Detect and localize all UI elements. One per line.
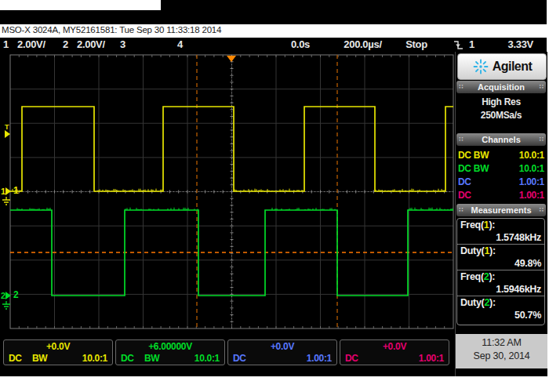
run-state-badge[interactable]: Stop [398,38,435,51]
channels-title: Channels [464,135,540,144]
clock-panel: 11:32 AM Sep 30, 2014 [456,334,547,368]
meas-value: 1.5946kHz [460,283,541,296]
timebase[interactable]: 200.0µs/ [329,38,396,51]
ch2-coupling-label: DC [121,353,134,364]
measurement-freq2: Freq(2): 1.5946kHz [457,270,544,296]
top-banner-bar [0,10,547,24]
meas-label-suffix: ): [489,220,495,230]
ch3-coupling-label: DC [233,353,246,364]
measurements-title: Measurements [464,205,540,215]
channel3-settings-row: DC 1.00:1 [458,176,544,188]
time-offset[interactable]: 0.0s [271,38,310,51]
ch4-number[interactable]: 4 [177,38,183,51]
ch3-status-box[interactable]: +0.0V DC1.00:1 [227,339,337,365]
ch3-probe-ratio: 1.00:1 [519,176,544,188]
ch2-number[interactable]: 2 [63,38,68,51]
ch1-number[interactable]: 1 [3,38,9,51]
sample-rate: 250MSa/s [457,110,545,122]
ch4-probe-label: 1.00:1 [419,353,444,365]
ch2-ground-marker[interactable]: 2 [1,292,11,299]
ch1-ground-marker[interactable]: 1 [1,187,11,195]
oscilloscope-capture-page: MSO-X 3024A, MY52161581: Tue Sep 30 11:3… [0,0,549,392]
brand-badge: Agilent [457,53,547,80]
waveform-ch2 [10,210,453,296]
clock-date: Sep 30, 2014 [456,350,547,363]
ch2-coupling: DC BW [458,163,489,174]
waveform-ch1 [10,107,453,191]
trigger-level-readout[interactable]: 3.33V [488,38,533,51]
ch1-coupling-label: DC [9,353,22,364]
ch1-scale-button[interactable]: 2.00V/ [17,38,45,51]
ch3-coupling: DC [458,176,471,187]
ch1-coupling: DC BW [458,150,489,161]
meas-value: 1.5748kHz [460,231,541,244]
acquisition-panel-header[interactable]: ∷ Acquisition ∷ [456,81,546,93]
capture-title: MSO-X 3024A, MY52161581: Tue Sep 30 11:3… [2,25,543,37]
measurements-panel: Freq(1): 1.5748kHz Duty(1): 49.8% Freq(2… [456,218,545,325]
ch2-grid-label: 2 [13,290,19,299]
agilent-starburst-icon [472,58,489,75]
ch1-bw-label: BW [32,353,47,365]
trigger-level-letter: T [5,124,9,130]
meas-value: 49.8% [460,257,541,270]
clock-time: 11:32 AM [456,334,547,350]
trigger-level-marker[interactable]: T [5,124,10,138]
measurement-duty1: Duty(1): 49.8% [457,245,544,270]
ch4-probe-ratio: 1.00:1 [519,189,544,201]
ch1-grid-label: 1 [13,186,19,195]
ch1-ground-icon [2,197,11,206]
ch2-status-box[interactable]: +6.00000V DCBW10.0:1 [115,339,225,365]
ch2-probe-label: 10.0:1 [195,353,220,365]
graticule-frame [10,55,453,328]
channel1-settings-row: DC BW 10.0:1 [458,149,544,162]
ch4-coupling: DC [458,190,471,201]
grip-icon: ∷ [539,84,544,90]
ch4-offset-value: +0.0V [340,340,449,353]
meas-label-suffix: ): [489,271,495,282]
acquisition-mode: High Res [457,96,545,108]
ch2-scale-button[interactable]: 2.00V/ [77,38,105,51]
meas-value: 50.7% [460,309,541,321]
grip-icon: ∷ [539,136,544,143]
trigger-source[interactable]: 1 [469,38,474,51]
brand-name: Agilent [493,60,533,74]
oscilloscope-screen: 1 2.00V/ 2 2.00V/ 3 4 0.0s 200.0µs/ Stop… [0,38,547,376]
ch3-number[interactable]: 3 [120,38,125,51]
top-banner-corner [161,0,547,10]
trigger-arrow-icon [5,130,10,138]
ch3-offset-value: +0.0V [228,340,336,353]
meas-label-suffix: ): [489,297,496,308]
sidebar: Agilent ∷ Acquisition ∷ High Res 250MSa/… [455,52,547,376]
measurements-panel-header[interactable]: ∷ Measurements ∷ [456,204,546,216]
ch2-marker-arrow-icon [5,292,11,299]
grip-icon: ∷ [539,207,544,213]
ch1-status-box[interactable]: +0.0V DCBW10.0:1 [3,339,113,365]
ch2-offset-value: +6.00000V [116,340,224,353]
ch4-coupling-label: DC [345,353,358,364]
ch1-offset-value: +0.0V [4,340,112,353]
ch1-probe-label: 10.0:1 [82,353,107,365]
meas-label-text: Freq( [460,220,484,230]
channel4-settings-row: DC 1.00:1 [458,189,544,201]
ch1-probe-ratio: 10.0:1 [519,149,544,162]
meas-label-text: Freq( [460,271,484,282]
meas-label-text: Duty( [460,245,484,256]
ch1-marker-arrow-icon [5,187,11,195]
acquisition-title: Acquisition [464,82,540,92]
measurement-duty2: Duty(2): 50.7% [457,296,544,322]
meas-label-suffix: ): [489,245,496,256]
ch2-ground-icon [2,301,11,310]
ch2-bw-label: BW [144,353,159,365]
ch2-probe-ratio: 10.0:1 [519,162,544,175]
channels-panel-header[interactable]: ∷ Channels ∷ [456,133,546,146]
ch3-probe-label: 1.00:1 [307,353,332,365]
meas-label-text: Duty( [460,297,484,308]
edge-trigger-icon [453,40,464,50]
trigger-position-icon [227,56,236,62]
ch4-status-box[interactable]: +0.0V DC1.00:1 [340,339,449,365]
measurement-freq1: Freq(1): 1.5748kHz [457,219,544,245]
channel2-settings-row: DC BW 10.0:1 [458,162,544,175]
